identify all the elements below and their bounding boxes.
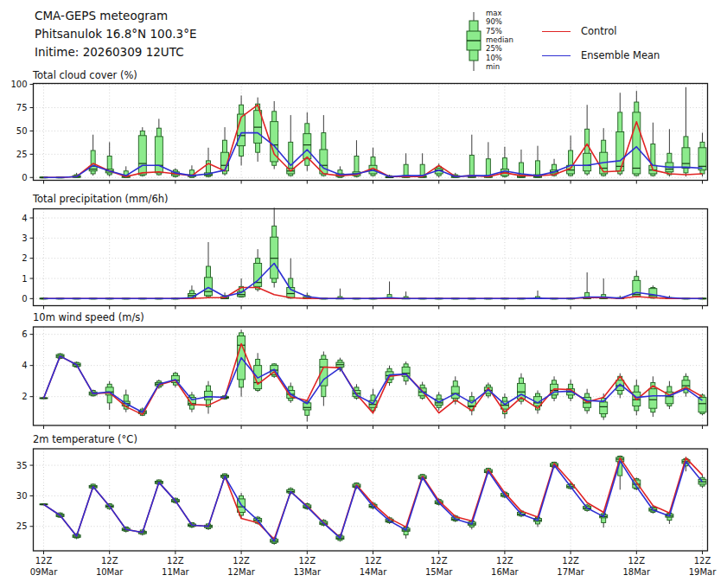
precip-frame [34, 209, 708, 306]
xtick-day-label: 18Mar [623, 567, 651, 577]
cloud-ytick-label: 25 [16, 150, 28, 159]
xtick-hour-label: 12Z [628, 556, 646, 566]
wind-ytick-label: 4 [22, 361, 27, 370]
precip-axis: 01234 [22, 214, 702, 310]
xtick-hour-label: 12Z [233, 556, 250, 566]
xtick-day-label: 11Mar [162, 567, 189, 577]
xtick-hour-label: 12Z [101, 556, 118, 566]
xtick-day-label: 09Mar [30, 567, 58, 577]
xtick-hour-label: 12Z [35, 556, 53, 566]
wind-ytick-label: 2 [22, 392, 27, 401]
xtick-day-label: 10Mar [96, 567, 124, 577]
precip-ytick-label: 3 [22, 233, 27, 243]
precip-gridlines [34, 209, 708, 306]
precip-ytick-label: 0 [22, 294, 27, 304]
temp-axis: 253035 [16, 461, 703, 554]
precip-ytick-label: 4 [22, 214, 27, 223]
cloud-ytick-label: 50 [16, 126, 28, 136]
xtick-hour-label: 12Z [430, 556, 448, 566]
xtick-day-label: 14Mar [360, 567, 387, 577]
xtick-hour-label: 12Z [562, 556, 579, 566]
xtick-hour-label: 12Z [167, 556, 184, 566]
cloud-ytick-label: 75 [16, 103, 28, 112]
xtick-hour-label: 12Z [365, 556, 382, 566]
xtick-day-label: 19Mar [689, 567, 717, 577]
wind-panel: 246 [22, 327, 707, 429]
cloud-ytick-label: 0 [22, 173, 27, 182]
x-axis-labels: 12Z09Mar12Z10Mar12Z11Mar12Z12Mar12Z13Mar… [30, 556, 717, 577]
xtick-hour-label: 12Z [299, 556, 316, 566]
meteogram-page: CMA-GEPS meteogram Phitsanulok 16.8°N 10… [0, 0, 727, 588]
temp-panel: 253035 [16, 449, 708, 554]
xtick-day-label: 13Mar [294, 567, 322, 577]
temp-ytick-label: 30 [16, 491, 28, 501]
xtick-hour-label: 12Z [496, 556, 513, 566]
precip-ytick-label: 2 [22, 253, 27, 263]
wind-ytick-label: 6 [22, 329, 27, 339]
cloud-ytick-label: 100 [10, 80, 27, 89]
cloud-panel: 0255075100 [10, 80, 707, 183]
temp-ytick-label: 35 [16, 461, 28, 470]
meteogram-chart: 02550751000123424625303512Z09Mar12Z10Mar… [0, 0, 727, 588]
xtick-hour-label: 12Z [694, 556, 711, 566]
xtick-day-label: 15Mar [425, 567, 453, 577]
xtick-day-label: 16Mar [491, 567, 519, 577]
precip-ytick-label: 1 [22, 274, 27, 284]
precip-panel: 01234 [22, 208, 707, 309]
xtick-day-label: 12Mar [227, 567, 255, 577]
temp-ytick-label: 25 [16, 521, 28, 531]
xtick-day-label: 17Mar [557, 567, 584, 577]
